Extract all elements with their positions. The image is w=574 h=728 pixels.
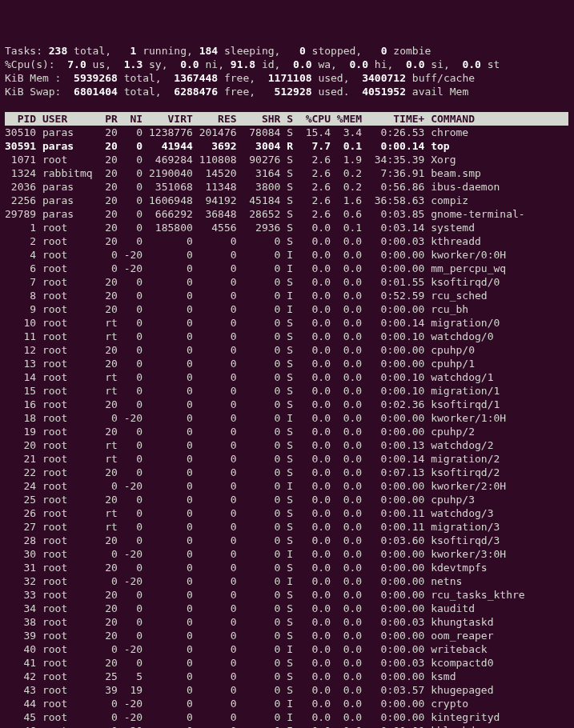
- process-row: 1324 rabbitmq 20 0 2190040 14520 3164 S …: [5, 166, 569, 180]
- process-row: 18 root 0 -20 0 0 0 I 0.0 0.0 0:00.00 kw…: [5, 411, 569, 425]
- process-row: 30510 paras 20 0 1238776 201476 78084 S …: [5, 126, 569, 139]
- process-row: 24 root 0 -20 0 0 0 I 0.0 0.0 0:00.00 kw…: [5, 479, 569, 493]
- process-row: 13 root 20 0 0 0 0 S 0.0 0.0 0:00.00 cpu…: [5, 357, 569, 370]
- process-row: 31 root 20 0 0 0 0 S 0.0 0.0 0:00.00 kde…: [5, 561, 569, 574]
- process-row: 27 root rt 0 0 0 0 S 0.0 0.0 0:00.11 mig…: [5, 520, 569, 534]
- process-row: 8 root 20 0 0 0 0 I 0.0 0.0 0:52.59 rcu_…: [5, 289, 569, 302]
- process-row: 41 root 20 0 0 0 0 S 0.0 0.0 0:00.03 kco…: [5, 656, 569, 670]
- process-row: 43 root 39 19 0 0 0 S 0.0 0.0 0:03.57 kh…: [5, 683, 569, 697]
- process-row: 6 root 0 -20 0 0 0 I 0.0 0.0 0:00.00 mm_…: [5, 262, 569, 275]
- process-row: 40 root 0 -20 0 0 0 I 0.0 0.0 0:00.00 wr…: [5, 642, 569, 656]
- process-row: 46 root 0 -20 0 0 0 I 0.0 0.0 0:00.00 kb…: [5, 724, 569, 728]
- process-row: 45 root 0 -20 0 0 0 I 0.0 0.0 0:00.00 ki…: [5, 710, 569, 724]
- process-row: 21 root rt 0 0 0 0 S 0.0 0.0 0:00.14 mig…: [5, 452, 569, 466]
- process-row: 22 root 20 0 0 0 0 S 0.0 0.0 0:07.13 kso…: [5, 466, 569, 479]
- process-row: 29789 paras 20 0 666292 36848 28652 S 2.…: [5, 207, 569, 221]
- summary-swap: KiB Swap: 6801404 total, 6288476 free, 5…: [5, 85, 569, 98]
- process-row: 44 root 0 -20 0 0 0 I 0.0 0.0 0:00.00 cr…: [5, 697, 569, 710]
- process-row: 9 root 20 0 0 0 0 I 0.0 0.0 0:00.00 rcu_…: [5, 302, 569, 316]
- process-row: 7 root 20 0 0 0 0 S 0.0 0.0 0:01.55 ksof…: [5, 275, 569, 289]
- summary-tasks: Tasks: 238 total, 1 running, 184 sleepin…: [5, 44, 569, 58]
- process-row: 15 root rt 0 0 0 0 S 0.0 0.0 0:00.10 mig…: [5, 384, 569, 398]
- process-row: 34 root 20 0 0 0 0 S 0.0 0.0 0:00.00 kau…: [5, 602, 569, 615]
- process-row: 2 root 20 0 0 0 0 S 0.0 0.0 0:00.03 kthr…: [5, 234, 569, 248]
- process-row: 16 root 20 0 0 0 0 S 0.0 0.0 0:02.36 kso…: [5, 398, 569, 411]
- process-row: 11 root rt 0 0 0 0 S 0.0 0.0 0:00.10 wat…: [5, 330, 569, 343]
- process-row: 39 root 20 0 0 0 0 S 0.0 0.0 0:00.00 oom…: [5, 629, 569, 642]
- process-row: 33 root 20 0 0 0 0 S 0.0 0.0 0:00.00 rcu…: [5, 588, 569, 602]
- process-row: 10 root rt 0 0 0 0 S 0.0 0.0 0:00.14 mig…: [5, 316, 569, 330]
- process-row: 32 root 0 -20 0 0 0 I 0.0 0.0 0:00.00 ne…: [5, 574, 569, 588]
- process-row: 26 root rt 0 0 0 0 S 0.0 0.0 0:00.11 wat…: [5, 506, 569, 520]
- terminal-output[interactable]: Tasks: 238 total, 1 running, 184 sleepin…: [5, 44, 569, 728]
- process-row: 30591 paras 20 0 41944 3692 3004 R 7.7 0…: [5, 139, 569, 153]
- process-row: 38 root 20 0 0 0 0 S 0.0 0.0 0:00.03 khu…: [5, 615, 569, 629]
- process-header: PID USER PR NI VIRT RES SHR S %CPU %MEM …: [5, 112, 569, 126]
- process-row: 1071 root 20 0 469284 110808 90276 S 2.6…: [5, 153, 569, 166]
- summary-mem: KiB Mem : 5939268 total, 1367448 free, 1…: [5, 71, 569, 85]
- process-row: 30 root 0 -20 0 0 0 I 0.0 0.0 0:00.00 kw…: [5, 547, 569, 561]
- process-row: 42 root 25 5 0 0 0 S 0.0 0.0 0:00.00 ksm…: [5, 670, 569, 683]
- summary-cpu: %Cpu(s): 7.0 us, 1.3 sy, 0.0 ni, 91.8 id…: [5, 58, 569, 71]
- process-row: 14 root rt 0 0 0 0 S 0.0 0.0 0:00.10 wat…: [5, 370, 569, 384]
- process-row: 12 root 20 0 0 0 0 S 0.0 0.0 0:00.00 cpu…: [5, 343, 569, 357]
- process-row: 4 root 0 -20 0 0 0 I 0.0 0.0 0:00.00 kwo…: [5, 248, 569, 262]
- process-row: 28 root 20 0 0 0 0 S 0.0 0.0 0:03.60 kso…: [5, 534, 569, 547]
- process-row: 2256 paras 20 0 1606948 94192 45184 S 2.…: [5, 194, 569, 207]
- process-row: 25 root 20 0 0 0 0 S 0.0 0.0 0:00.00 cpu…: [5, 493, 569, 506]
- process-row: 1 root 20 0 185800 4556 2936 S 0.0 0.1 0…: [5, 221, 569, 234]
- process-row: 2036 paras 20 0 351068 11348 3800 S 2.6 …: [5, 180, 569, 194]
- process-row: 19 root 20 0 0 0 0 S 0.0 0.0 0:00.00 cpu…: [5, 425, 569, 438]
- process-row: 20 root rt 0 0 0 0 S 0.0 0.0 0:00.13 wat…: [5, 438, 569, 452]
